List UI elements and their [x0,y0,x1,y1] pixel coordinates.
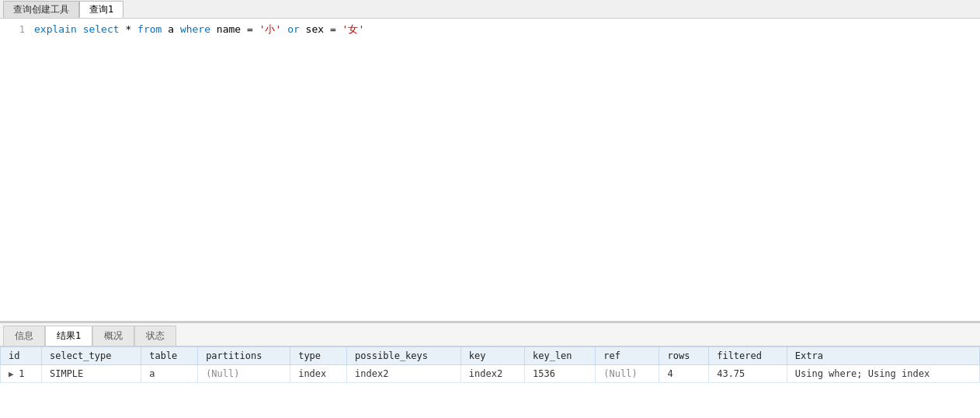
tab-query-builder-label: 查询创建工具 [13,3,69,16]
result-table: id select_type table partitions type pos… [0,347,980,383]
bottom-panel: 信息 结果1 概况 状态 id select_type table partit… [0,322,980,418]
kw-from: from [137,23,162,35]
col-table: table [141,347,198,365]
code-name-eq: name = [217,23,253,35]
row-marker: ▶ [9,369,19,379]
result-tab-bar: 信息 结果1 概况 状态 [0,323,980,347]
code-sex-eq: sex = [306,23,336,35]
kw-select: select [83,23,120,35]
cell-possible-keys: index2 [347,365,461,383]
cell-key: index2 [460,365,524,383]
code-line-1: 1 explain select * from a where name = '… [0,22,980,38]
col-extra: Extra [787,347,979,365]
tab-query1[interactable]: 查询1 [79,1,123,18]
col-select-type: select_type [41,347,141,365]
tab-info[interactable]: 信息 [3,326,45,346]
tab-result1[interactable]: 结果1 [45,326,92,346]
tab-overview[interactable]: 概况 [92,326,134,346]
tab-info-label: 信息 [15,329,33,343]
cell-type: index [290,365,347,383]
cell-select-type: SIMPLE [41,365,141,383]
tab-overview-label: 概况 [104,329,123,343]
cell-ref: (Null) [596,365,659,383]
col-key: key [460,347,524,365]
cell-key-len: 1536 [524,365,595,383]
tab-result1-label: 结果1 [57,329,81,343]
code-editor[interactable]: 1 explain select * from a where name = '… [0,19,980,322]
cell-rows: 4 [659,365,709,383]
tab-status[interactable]: 状态 [134,326,176,346]
table-row[interactable]: ▶ 1 SIMPLE a (Null) index index2 index2 … [1,365,980,383]
tab-query1-label: 查询1 [89,3,113,16]
code-table: a [168,23,180,35]
cell-table: a [141,365,198,383]
col-possible-keys: possible_keys [347,347,461,365]
col-id: id [1,347,42,365]
col-type: type [290,347,347,365]
col-filtered: filtered [709,347,787,365]
code-text-1: explain select * from a where name = '小'… [34,22,364,38]
result-table-wrapper[interactable]: id select_type table partitions type pos… [0,347,980,418]
col-key-len: key_len [524,347,595,365]
kw-or: or [287,23,300,35]
col-partitions: partitions [198,347,290,365]
str-xiao: '小' [259,23,282,35]
tab-status-label: 状态 [146,329,165,343]
col-ref: ref [596,347,659,365]
table-header-row: id select_type table partitions type pos… [1,347,980,365]
cell-partitions: (Null) [198,365,290,383]
line-number-1: 1 [6,23,25,37]
kw-explain: explain [34,23,77,35]
str-nv: '女' [342,23,365,35]
code-star: * [125,23,131,35]
cell-filtered: 43.75 [709,365,787,383]
editor-tab-bar: 查询创建工具 查询1 [0,0,980,19]
cell-extra: Using where; Using index [787,365,979,383]
cell-id: ▶ 1 [1,365,42,383]
tab-query-builder[interactable]: 查询创建工具 [3,1,79,18]
col-rows: rows [659,347,709,365]
kw-where: where [180,23,210,35]
